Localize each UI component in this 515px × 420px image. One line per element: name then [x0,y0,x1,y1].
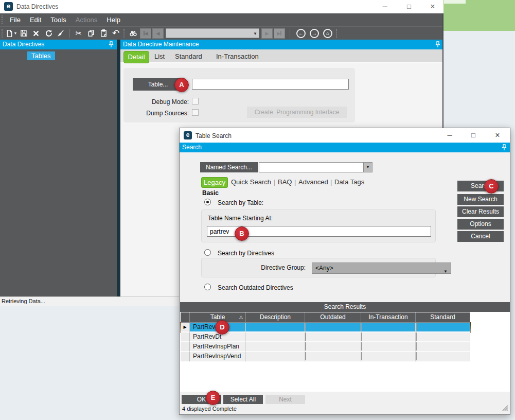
search-by-directives-label[interactable]: Search by Directives [218,250,274,257]
tree-item-tables[interactable]: Tables [27,51,55,60]
tab-quick-search[interactable]: Quick Search [231,178,271,186]
clear-results-button[interactable]: Clear Results [457,206,504,217]
standard-checkbox[interactable] [416,323,417,331]
tab-baq[interactable]: BAQ [278,178,292,186]
named-search-button[interactable]: Named Search... [200,162,258,172]
cell-in-transaction[interactable] [361,342,416,352]
column-header-outdated[interactable]: Outdated [305,312,361,323]
cell-outdated[interactable] [305,323,361,332]
cell-description[interactable] [246,332,305,342]
new-dropdown-caret[interactable]: ▼ [14,31,17,35]
cell-description[interactable] [246,342,305,352]
column-header-standard[interactable]: Standard [416,312,470,323]
delete-icon[interactable] [30,28,42,39]
tab-advanced[interactable]: Advanced [298,178,328,186]
first-record-button[interactable]: ◀ [140,28,151,39]
tab-list[interactable]: List [154,52,165,60]
standard-checkbox[interactable] [416,352,417,360]
panel-divider[interactable] [117,40,120,306]
search-outdated-radio[interactable] [204,284,211,290]
pin-icon[interactable] [502,144,507,154]
last-record-button[interactable]: ▶ [274,28,285,39]
named-search-dropdown-icon[interactable]: ▼ [363,163,372,172]
standard-checkbox[interactable] [416,332,417,341]
new-icon[interactable]: ▼ [5,28,17,39]
column-header-description[interactable]: Description [246,312,305,323]
next-record-button[interactable]: ▶ [261,28,273,39]
cell-standard[interactable] [416,352,470,362]
minimize-button[interactable]: ─ [379,2,390,12]
outdated-checkbox[interactable] [305,342,306,351]
cell-outdated[interactable] [305,352,361,362]
dialog-minimize-button[interactable]: ─ [444,130,455,141]
previous-record-button[interactable]: ◀ [152,28,164,39]
back-icon[interactable]: ← [296,29,306,38]
column-header-in-transaction[interactable]: In-Transaction [361,312,416,323]
resize-grip[interactable] [502,405,508,413]
copy-icon[interactable] [85,28,97,39]
forward-icon[interactable]: → [310,29,319,38]
row-selector-cell[interactable]: ▶ [181,323,190,332]
cell-table-name[interactable]: PartRevDt [190,332,246,342]
search-outdated-label[interactable]: Search Outdated Directives [218,284,293,291]
menu-tools[interactable]: Tools [46,16,70,24]
tab-detail[interactable]: Detail [123,51,149,63]
dialog-maximize-button[interactable]: □ [468,130,479,141]
tab-data-tags[interactable]: Data Tags [334,178,364,186]
table-row[interactable]: PartRevInspVend [181,352,470,362]
outdated-checkbox[interactable] [305,332,306,341]
cell-table-name[interactable]: PartRevInspPlan [190,342,246,352]
cut-icon[interactable]: ✂ [73,28,85,39]
refresh-icon[interactable] [42,28,55,39]
in-transaction-checkbox[interactable] [361,332,362,341]
row-selector-cell[interactable] [181,352,190,362]
in-transaction-checkbox[interactable] [361,342,362,351]
cell-standard[interactable] [416,323,470,332]
new-search-button[interactable]: New Search [457,194,504,205]
record-navigator-dropdown-icon[interactable]: ▼ [253,31,257,36]
named-search-combobox[interactable]: ▼ [259,162,372,172]
cell-in-transaction[interactable] [361,332,416,342]
menu-file[interactable]: File [5,16,25,24]
cell-table-name[interactable]: PartRevInspVend [190,352,246,362]
outdated-checkbox[interactable] [305,323,306,331]
close-button[interactable]: × [427,2,438,12]
select-all-button[interactable]: Select All [223,395,263,404]
directive-group-combobox[interactable]: <Any> ▼ [312,262,451,274]
paste-icon[interactable] [97,28,110,39]
in-transaction-checkbox[interactable] [361,352,362,360]
dialog-close-button[interactable]: × [492,130,503,141]
cell-outdated[interactable] [305,342,361,352]
save-icon[interactable] [17,28,30,39]
maximize-button[interactable]: □ [403,2,415,12]
tab-standard[interactable]: Standard [175,52,202,60]
table-row[interactable]: PartRevInspPlan [181,342,470,352]
record-navigator-combobox[interactable]: ▼ [166,28,259,38]
find-icon[interactable] [127,28,139,39]
cell-description[interactable] [246,352,305,362]
cancel-button[interactable]: Cancel [457,231,504,242]
search-by-table-label[interactable]: Search by Table: [218,199,263,206]
in-transaction-checkbox[interactable] [361,323,362,331]
table-field[interactable] [192,79,349,90]
row-selector-cell[interactable] [181,342,190,352]
dump-sources-checkbox[interactable] [192,109,199,116]
directive-group-dropdown-icon[interactable]: ▼ [443,267,448,277]
standard-checkbox[interactable] [416,342,417,351]
undo-icon[interactable]: ↶ [110,28,122,39]
cell-standard[interactable] [416,332,470,342]
menu-edit[interactable]: Edit [25,16,46,24]
cell-outdated[interactable] [305,332,361,342]
debug-mode-checkbox[interactable] [192,98,199,104]
tab-in-transaction[interactable]: In-Transaction [216,52,259,60]
menu-help[interactable]: Help [102,16,125,24]
home-icon[interactable]: ⌂ [323,29,332,38]
row-selector-cell[interactable] [181,332,190,342]
cell-in-transaction[interactable] [361,352,416,362]
options-button[interactable]: Options [457,219,504,230]
search-by-table-radio[interactable] [204,199,211,205]
cell-in-transaction[interactable] [361,323,416,332]
search-by-directives-radio[interactable] [204,249,211,256]
outdated-checkbox[interactable] [305,352,306,360]
tab-legacy[interactable]: Legacy [201,177,228,188]
